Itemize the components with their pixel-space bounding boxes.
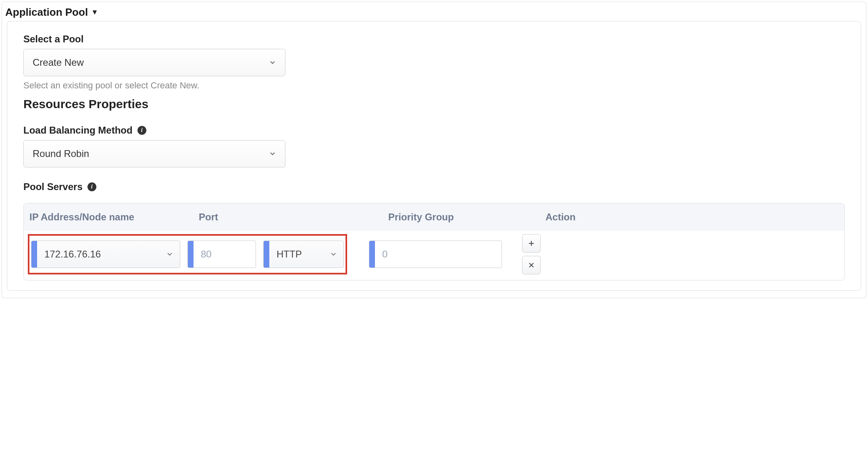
select-pool-value: Create New <box>33 57 84 68</box>
port-type-value: HTTP <box>269 241 330 268</box>
info-icon[interactable]: i <box>137 126 146 135</box>
select-pool-dropdown[interactable]: Create New <box>23 49 285 76</box>
highlighted-ip-port-group: 172.16.76.16 HTTP <box>28 234 347 274</box>
caret-down-icon: ▼ <box>91 8 98 17</box>
application-pool-panel: Application Pool ▼ Select a Pool Create … <box>2 2 866 298</box>
input-accent-bar <box>31 241 37 268</box>
port-type-combobox[interactable]: HTTP <box>263 241 344 268</box>
table-header-row: IP Address/Node name Port Priority Group… <box>24 203 844 231</box>
col-header-ip: IP Address/Node name <box>29 211 199 223</box>
chevron-down-icon <box>269 59 276 66</box>
lb-method-group: Load Balancing Method i Round Robin <box>23 125 845 167</box>
table-row: 172.16.76.16 HTTP <box>24 231 844 280</box>
input-accent-bar <box>369 241 375 268</box>
lb-method-label-text: Load Balancing Method <box>23 125 133 136</box>
lb-method-label: Load Balancing Method i <box>23 125 845 136</box>
panel-title: Application Pool <box>5 6 88 19</box>
chevron-down-icon <box>330 241 343 268</box>
port-number-input[interactable] <box>194 241 256 268</box>
action-cell <box>502 234 541 274</box>
select-pool-helper: Select an existing pool or select Create… <box>23 80 845 91</box>
ip-address-combobox[interactable]: 172.16.76.16 <box>31 241 180 268</box>
panel-body: Select a Pool Create New Select an exist… <box>7 21 861 291</box>
priority-group-input[interactable] <box>375 241 502 268</box>
action-buttons <box>522 234 541 274</box>
ip-address-value: 172.16.76.16 <box>37 241 166 268</box>
col-header-action: Action <box>545 211 586 223</box>
priority-input-wrapper <box>369 241 502 268</box>
add-row-button[interactable] <box>522 234 541 253</box>
chevron-down-icon <box>166 241 180 268</box>
resources-properties-heading: Resources Properties <box>23 97 845 111</box>
pool-servers-table: IP Address/Node name Port Priority Group… <box>23 203 845 280</box>
lb-method-value: Round Robin <box>33 148 89 159</box>
pool-servers-label: Pool Servers i <box>23 181 845 193</box>
select-pool-label: Select a Pool <box>23 33 845 45</box>
info-icon[interactable]: i <box>87 182 96 191</box>
input-accent-bar <box>264 241 269 268</box>
select-pool-group: Select a Pool Create New Select an exist… <box>23 33 845 91</box>
col-header-port: Port <box>199 211 388 223</box>
priority-cell <box>347 234 502 274</box>
port-number-input-wrapper <box>187 241 256 268</box>
chevron-down-icon <box>269 150 276 157</box>
panel-header-toggle[interactable]: Application Pool ▼ <box>2 2 866 21</box>
col-header-priority: Priority Group <box>388 211 545 223</box>
pool-servers-group: Pool Servers i IP Address/Node name Port… <box>23 181 845 280</box>
pool-servers-label-text: Pool Servers <box>23 181 83 193</box>
remove-row-button[interactable] <box>522 256 541 274</box>
select-pool-label-text: Select a Pool <box>23 33 83 45</box>
panel-body-wrapper: Select a Pool Create New Select an exist… <box>2 21 866 298</box>
lb-method-dropdown[interactable]: Round Robin <box>23 140 285 167</box>
input-accent-bar <box>188 241 194 268</box>
